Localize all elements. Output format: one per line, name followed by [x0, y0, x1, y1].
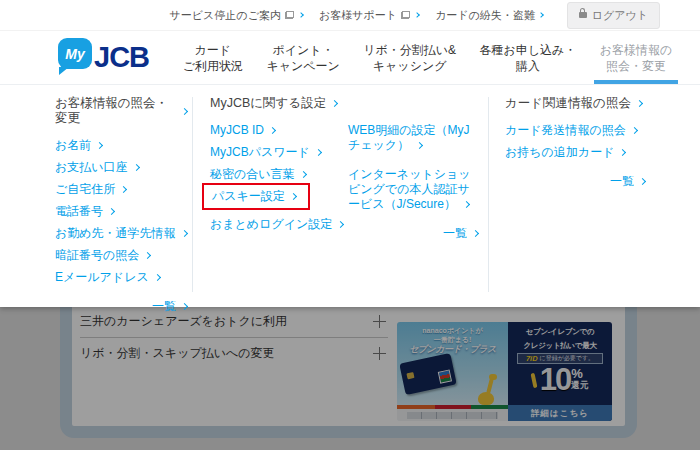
- customer-info-megamenu: お客様情報の照会・変更 お名前 お支払い口座 ご自宅住所 電話番号 お勤め先・通…: [0, 85, 700, 307]
- link-combined-login-settings[interactable]: おまとめログイン設定: [210, 217, 343, 232]
- menu-column-myjcb-settings: MyJCBに関する設定 MyJCB ID MyJCBパスワード 秘密の合い言葉 …: [210, 96, 348, 239]
- menu-column-web-settings: WEB明細の設定（MyJチェック） インターネットショッピングでの本人認証サービ…: [348, 123, 478, 248]
- chevron-right-icon: [181, 107, 188, 114]
- chevron-right-icon: [154, 274, 161, 281]
- link-passkey-settings[interactable]: パスキー設定: [212, 189, 296, 204]
- menu-divider: [192, 97, 193, 292]
- chevron-right-icon: [181, 230, 188, 237]
- link-customer-info-list[interactable]: 一覧: [152, 299, 187, 314]
- link-home-address[interactable]: ご自宅住所: [55, 182, 126, 197]
- chevron-right-icon: [631, 127, 638, 134]
- link-jsecure-authentication[interactable]: インターネットショッピングでの本人認証サービス（J/Secure）: [348, 167, 478, 212]
- chevron-right-icon: [290, 193, 297, 200]
- chevron-right-icon: [639, 178, 646, 185]
- link-myjcb-id[interactable]: MyJCB ID: [210, 123, 275, 138]
- menu-column-customer-info: お客様情報の照会・変更 お名前 お支払い口座 ご自宅住所 電話番号 お勤め先・通…: [55, 96, 187, 321]
- myjcb-logo[interactable]: My JCB: [58, 38, 149, 77]
- chevron-right-icon: [416, 142, 423, 149]
- chevron-right-icon: [144, 252, 151, 259]
- chevron-right-icon: [300, 171, 307, 178]
- nav-card-usage[interactable]: カード ご利用状況: [175, 31, 251, 84]
- link-myjcb-password[interactable]: MyJCBパスワード: [210, 145, 321, 160]
- link-web-statement-myj-check[interactable]: WEB明細の設定（MyJチェック）: [348, 123, 478, 153]
- external-link-icon: [401, 11, 410, 19]
- nav-customer-info[interactable]: お客様情報の 照会・変更: [592, 31, 681, 84]
- logout-button[interactable]: ログアウト: [567, 2, 660, 29]
- link-phone-number[interactable]: 電話番号: [55, 204, 114, 219]
- chevron-right-icon: [337, 221, 344, 228]
- chevron-right-icon: [269, 127, 276, 134]
- link-card-shipping-info[interactable]: カード発送情報の照会: [505, 123, 637, 138]
- link-name[interactable]: お名前: [55, 138, 102, 153]
- menu-header-customer-info[interactable]: お客様情報の照会・変更: [55, 96, 187, 126]
- menu-divider: [488, 97, 489, 292]
- nav-revolving-installment[interactable]: リボ・分割払い& キャッシング: [355, 31, 464, 84]
- site-header: サービス停止のご案内 お客様サポート カードの紛失・盗難 ログアウト My J: [0, 0, 700, 85]
- chevron-right-icon: [331, 100, 338, 107]
- chevron-right-icon: [463, 201, 470, 208]
- link-myjcb-settings-list[interactable]: 一覧: [443, 226, 478, 241]
- chevron-right-icon: [181, 303, 188, 310]
- utility-topbar: サービス停止のご案内 お客様サポート カードの紛失・盗難 ログアウト: [0, 0, 700, 31]
- chevron-right-icon: [120, 186, 127, 193]
- link-additional-cards[interactable]: お持ちの追加カード: [505, 145, 625, 160]
- chevron-right-icon: [133, 164, 140, 171]
- link-email-address[interactable]: Eメールアドレス: [55, 270, 160, 285]
- menu-header-myjcb-settings[interactable]: MyJCBに関する設定: [210, 96, 337, 111]
- chevron-right-icon: [619, 149, 626, 156]
- main-navbar: My JCB カード ご利用状況 ポイント・ キャンペーン リボ・分割払い& キ…: [0, 31, 700, 85]
- nav-points-campaign[interactable]: ポイント・ キャンペーン: [258, 31, 347, 84]
- my-bubble-icon: My: [58, 38, 92, 69]
- menu-header-card-info[interactable]: カード関連情報の照会: [505, 96, 642, 111]
- chevron-right-icon: [472, 230, 479, 237]
- chevron-right-icon: [538, 12, 544, 18]
- jcb-wordmark: JCB: [94, 41, 149, 74]
- chevron-right-icon: [414, 12, 420, 18]
- chevron-right-icon: [315, 149, 322, 156]
- chevron-right-icon: [96, 142, 103, 149]
- link-card-loss-theft[interactable]: カードの紛失・盗難: [435, 8, 543, 23]
- link-customer-support[interactable]: お客様サポート: [319, 8, 419, 23]
- chevron-right-icon: [108, 208, 115, 215]
- link-service-stop-info[interactable]: サービス停止のご案内: [170, 8, 303, 23]
- chevron-right-icon: [298, 12, 304, 18]
- myjcb-site: 三井のカーシェアーズをおトクに利用 リボ・分割・スキップ払いへの変更 nanac…: [0, 0, 700, 450]
- main-nav: カード ご利用状況 ポイント・ キャンペーン リボ・分割払い& キャッシング 各…: [171, 31, 700, 84]
- passkey-highlight-box: パスキー設定: [202, 183, 310, 210]
- nav-applications-purchase[interactable]: 各種お申し込み・ 購入: [471, 31, 584, 84]
- link-card-info-list[interactable]: 一覧: [610, 174, 645, 189]
- menu-column-card-info: カード関連情報の照会 カード発送情報の照会 お持ちの追加カード 一覧: [505, 96, 645, 196]
- link-workplace-school-info[interactable]: お勤め先・通学先情報: [55, 226, 187, 241]
- link-pin-inquiry[interactable]: 暗証番号の照会: [55, 248, 150, 263]
- external-link-icon: [285, 11, 294, 19]
- link-secret-phrase[interactable]: 秘密の合い言葉: [210, 167, 306, 182]
- chevron-right-icon: [636, 100, 643, 107]
- link-payment-account[interactable]: お支払い口座: [55, 160, 139, 175]
- lock-icon: [579, 12, 587, 18]
